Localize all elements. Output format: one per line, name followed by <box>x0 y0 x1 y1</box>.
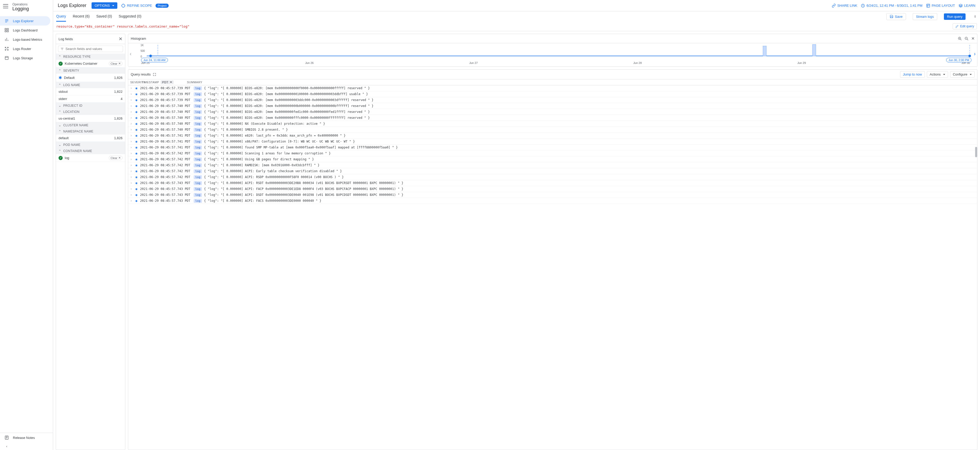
log-tag[interactable]: log <box>194 92 202 96</box>
log-row[interactable]: ›✱2021-06-29 08:45:57.742 PDTlog{ "log":… <box>128 151 977 157</box>
log-row[interactable]: ›✱2021-06-29 08:45:57.742 PDTlog{ "log":… <box>128 162 977 168</box>
field-row[interactable]: ✓logClear ✕ <box>56 154 125 162</box>
field-group-header[interactable]: ⌃LOG NAME <box>56 82 125 88</box>
expand-icon[interactable]: › <box>130 92 133 96</box>
log-row[interactable]: ›✱2021-06-29 08:45:57.741 PDTlog{ "log":… <box>128 144 977 151</box>
field-group-header[interactable]: ⌃LOCATION <box>56 109 125 115</box>
log-row[interactable]: ›✱2021-06-29 08:45:57.743 PDTlog{ "log":… <box>128 180 977 186</box>
log-tag[interactable]: log <box>194 181 202 185</box>
log-row[interactable]: ›✱2021-06-29 08:45:57.740 PDTlog{ "log":… <box>128 121 977 127</box>
close-icon[interactable]: ✕ <box>971 36 975 41</box>
log-row[interactable]: ›✱2021-06-29 08:45:57.743 PDTlog{ "log":… <box>128 192 977 198</box>
query-tab[interactable]: Recent (6) <box>73 11 89 22</box>
log-tag[interactable]: log <box>194 157 202 162</box>
expand-icon[interactable]: › <box>130 170 133 173</box>
log-tag[interactable]: log <box>194 104 202 108</box>
search-input[interactable] <box>65 47 121 51</box>
expand-icon[interactable]: › <box>130 140 133 143</box>
expand-icon[interactable]: › <box>130 104 133 108</box>
log-tag[interactable]: log <box>194 86 202 90</box>
field-group-header[interactable]: ⌄PROJECT ID <box>56 103 125 109</box>
expand-icon[interactable]: › <box>130 175 133 179</box>
field-row[interactable]: stdout1,822 <box>56 88 125 95</box>
learn-button[interactable]: LEARN <box>959 3 975 8</box>
jump-to-now-button[interactable]: Jump to now <box>900 71 925 78</box>
expand-icon[interactable]: › <box>130 199 133 203</box>
options-button[interactable]: OPTIONS <box>92 2 117 9</box>
log-row[interactable]: ›✱2021-06-29 08:45:57.743 PDTlog{ "log":… <box>128 186 977 192</box>
log-tag[interactable]: log <box>194 134 202 138</box>
sidebar-item[interactable]: Logs Explorer <box>0 16 50 25</box>
log-tag[interactable]: log <box>194 193 202 197</box>
clear-filter-button[interactable]: Clear ✕ <box>109 61 123 66</box>
sidebar-item[interactable]: Logs Dashboard <box>0 25 53 35</box>
log-tag[interactable]: log <box>194 152 202 155</box>
refine-scope-button[interactable]: REFINE SCOPE <box>121 3 152 8</box>
field-group-header[interactable]: ⌃RESOURCE TYPE <box>56 54 125 60</box>
zoom-out-icon[interactable] <box>964 36 969 41</box>
sidebar-item[interactable]: Logs Router <box>0 44 53 53</box>
log-tag[interactable]: log <box>194 199 202 203</box>
log-tag[interactable]: log <box>194 110 202 114</box>
log-row[interactable]: ›✱2021-06-29 08:45:57.741 PDTlog{ "log":… <box>128 133 977 139</box>
log-row[interactable]: ›✱2021-06-29 08:45:57.742 PDTlog{ "log":… <box>128 174 977 180</box>
expand-icon[interactable]: › <box>130 122 133 125</box>
log-tag[interactable]: log <box>194 187 202 191</box>
field-row[interactable]: ✱Default1,826 <box>56 74 125 82</box>
field-group-header[interactable]: ⌃SEVERITY <box>56 68 125 74</box>
share-link-button[interactable]: SHARE LINK <box>832 3 857 8</box>
log-tag[interactable]: log <box>194 146 202 149</box>
expand-icon[interactable]: › <box>130 116 133 120</box>
edit-query-button[interactable]: Edit query <box>953 23 977 29</box>
log-tag[interactable]: log <box>194 163 202 167</box>
chevron-right-icon[interactable]: › <box>974 51 975 57</box>
field-group-header[interactable]: ⌄CLUSTER NAME <box>56 122 125 128</box>
field-row[interactable]: us-central11,826 <box>56 115 125 122</box>
field-row[interactable]: ✓Kubernetes ContainerClear ✕ <box>56 60 125 68</box>
chevron-left-icon[interactable]: ‹ <box>130 51 132 57</box>
log-row[interactable]: ›✱2021-06-29 08:45:57.740 PDTlog{ "log":… <box>128 109 977 115</box>
sidebar-item-release-notes[interactable]: Release Notes <box>0 433 53 442</box>
expand-icon[interactable]: › <box>130 157 133 161</box>
expand-icon[interactable]: › <box>130 110 133 114</box>
save-button[interactable]: Save <box>886 13 906 20</box>
log-row[interactable]: ›✱2021-06-29 08:45:57.739 PDTlog{ "log":… <box>128 91 977 97</box>
close-icon[interactable]: ✕ <box>119 36 123 42</box>
log-row[interactable]: ›✱2021-06-29 08:45:57.743 PDTlog{ "log":… <box>128 198 977 204</box>
range-start-pill[interactable]: Jun 24, 11:00 AM <box>141 58 168 62</box>
actions-dropdown[interactable]: Actions <box>927 71 948 78</box>
query-tab[interactable]: Saved (0) <box>96 11 112 22</box>
log-tag[interactable]: log <box>194 128 202 132</box>
log-tag[interactable]: log <box>194 98 202 102</box>
expand-icon[interactable]: › <box>130 134 133 137</box>
clear-filter-button[interactable]: Clear ✕ <box>109 156 123 160</box>
field-group-header[interactable]: ⌃CONTAINER NAME <box>56 148 125 154</box>
query-tab[interactable]: Suggested (0) <box>119 11 141 22</box>
expand-icon[interactable]: › <box>130 181 133 185</box>
query-text-area[interactable]: resource.type="k8s_container" resource.l… <box>53 22 980 31</box>
field-row[interactable]: stderr4 <box>56 95 125 103</box>
page-layout-button[interactable]: PAGE LAYOUT <box>926 3 955 8</box>
expand-icon[interactable]: › <box>130 128 133 132</box>
field-row[interactable]: default1,826 <box>56 135 125 142</box>
log-tag[interactable]: log <box>194 122 202 126</box>
fullscreen-icon[interactable] <box>153 73 156 76</box>
expand-icon[interactable]: › <box>130 152 133 155</box>
log-row[interactable]: ›✱2021-06-29 08:45:57.740 PDTlog{ "log":… <box>128 103 977 109</box>
log-fields-search[interactable] <box>58 46 123 52</box>
log-tag[interactable]: log <box>194 140 202 144</box>
range-end-pill[interactable]: Jun 30, 2:00 PM <box>946 58 972 62</box>
log-row[interactable]: ›✱2021-06-29 08:45:57.741 PDTlog{ "log":… <box>128 139 977 144</box>
log-row[interactable]: ›✱2021-06-29 08:45:57.742 PDTlog{ "log":… <box>128 157 977 162</box>
scrollbar-thumb[interactable] <box>975 147 977 157</box>
stream-logs-button[interactable]: Stream logs <box>913 13 937 20</box>
menu-icon[interactable] <box>3 3 8 9</box>
time-range-button[interactable]: 6/24/21, 12:41 PM - 6/30/21, 1:41 PM <box>861 3 923 8</box>
log-tag[interactable]: log <box>194 116 202 120</box>
log-tag[interactable]: log <box>194 175 202 179</box>
run-query-button[interactable]: Run query <box>944 13 966 20</box>
log-row[interactable]: ›✱2021-06-29 08:45:57.739 PDTlog{ "log":… <box>128 85 977 91</box>
log-row[interactable]: ›✱2021-06-29 08:45:57.740 PDTlog{ "log":… <box>128 127 977 133</box>
expand-icon[interactable]: › <box>130 193 133 196</box>
expand-vertical-icon[interactable] <box>973 14 977 19</box>
